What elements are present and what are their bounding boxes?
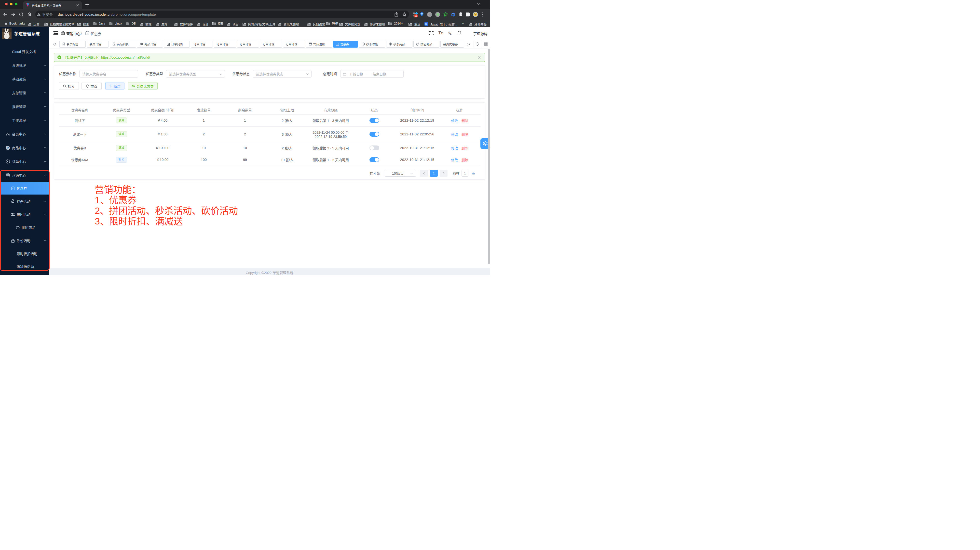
svg-text:P: P [7,146,9,149]
svg-text:A: A [450,33,452,35]
